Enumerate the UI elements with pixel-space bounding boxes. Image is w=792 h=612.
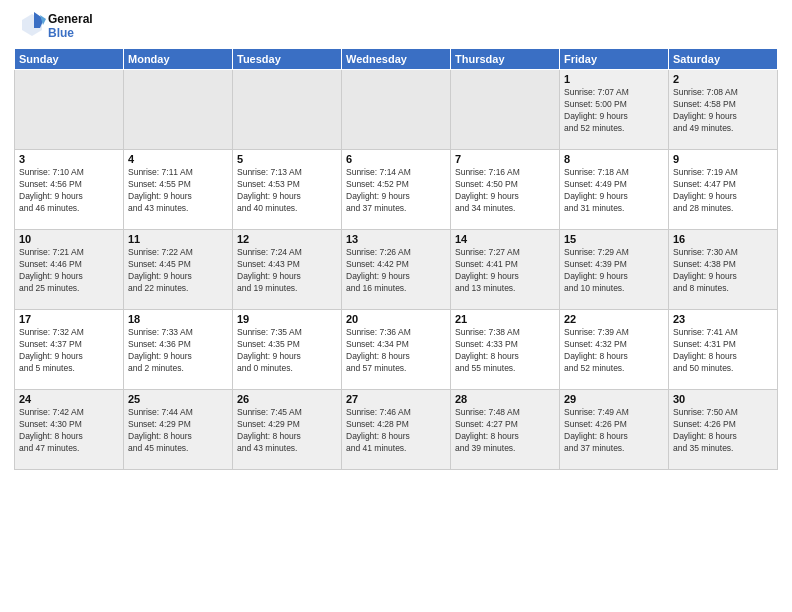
calendar-day: 7Sunrise: 7:16 AM Sunset: 4:50 PM Daylig… bbox=[451, 150, 560, 230]
day-info: Sunrise: 7:48 AM Sunset: 4:27 PM Dayligh… bbox=[455, 407, 555, 455]
day-info: Sunrise: 7:10 AM Sunset: 4:56 PM Dayligh… bbox=[19, 167, 119, 215]
calendar-day bbox=[124, 70, 233, 150]
day-number: 16 bbox=[673, 233, 773, 245]
day-number: 29 bbox=[564, 393, 664, 405]
day-number: 27 bbox=[346, 393, 446, 405]
calendar-day bbox=[342, 70, 451, 150]
day-info: Sunrise: 7:35 AM Sunset: 4:35 PM Dayligh… bbox=[237, 327, 337, 375]
calendar-week-row: 1Sunrise: 7:07 AM Sunset: 5:00 PM Daylig… bbox=[15, 70, 778, 150]
day-number: 1 bbox=[564, 73, 664, 85]
day-number: 14 bbox=[455, 233, 555, 245]
day-info: Sunrise: 7:08 AM Sunset: 4:58 PM Dayligh… bbox=[673, 87, 773, 135]
day-info: Sunrise: 7:29 AM Sunset: 4:39 PM Dayligh… bbox=[564, 247, 664, 295]
logo-line1: General bbox=[48, 12, 93, 26]
calendar-day: 23Sunrise: 7:41 AM Sunset: 4:31 PM Dayli… bbox=[669, 310, 778, 390]
calendar-day: 18Sunrise: 7:33 AM Sunset: 4:36 PM Dayli… bbox=[124, 310, 233, 390]
day-info: Sunrise: 7:21 AM Sunset: 4:46 PM Dayligh… bbox=[19, 247, 119, 295]
logo-container: General Blue bbox=[14, 10, 93, 42]
day-number: 4 bbox=[128, 153, 228, 165]
logo: General Blue bbox=[14, 10, 93, 42]
calendar-day: 28Sunrise: 7:48 AM Sunset: 4:27 PM Dayli… bbox=[451, 390, 560, 470]
day-number: 5 bbox=[237, 153, 337, 165]
day-info: Sunrise: 7:42 AM Sunset: 4:30 PM Dayligh… bbox=[19, 407, 119, 455]
day-number: 3 bbox=[19, 153, 119, 165]
calendar-day: 20Sunrise: 7:36 AM Sunset: 4:34 PM Dayli… bbox=[342, 310, 451, 390]
day-info: Sunrise: 7:30 AM Sunset: 4:38 PM Dayligh… bbox=[673, 247, 773, 295]
day-info: Sunrise: 7:50 AM Sunset: 4:26 PM Dayligh… bbox=[673, 407, 773, 455]
logo-graphic bbox=[14, 10, 46, 42]
day-info: Sunrise: 7:24 AM Sunset: 4:43 PM Dayligh… bbox=[237, 247, 337, 295]
weekday-header-row: SundayMondayTuesdayWednesdayThursdayFrid… bbox=[15, 49, 778, 70]
logo-line2: Blue bbox=[48, 26, 93, 40]
day-number: 15 bbox=[564, 233, 664, 245]
header: General Blue bbox=[14, 10, 778, 42]
weekday-header: Friday bbox=[560, 49, 669, 70]
day-number: 10 bbox=[19, 233, 119, 245]
day-number: 9 bbox=[673, 153, 773, 165]
day-number: 13 bbox=[346, 233, 446, 245]
day-number: 19 bbox=[237, 313, 337, 325]
calendar-day: 22Sunrise: 7:39 AM Sunset: 4:32 PM Dayli… bbox=[560, 310, 669, 390]
day-info: Sunrise: 7:27 AM Sunset: 4:41 PM Dayligh… bbox=[455, 247, 555, 295]
day-info: Sunrise: 7:36 AM Sunset: 4:34 PM Dayligh… bbox=[346, 327, 446, 375]
day-number: 26 bbox=[237, 393, 337, 405]
calendar-week-row: 3Sunrise: 7:10 AM Sunset: 4:56 PM Daylig… bbox=[15, 150, 778, 230]
day-info: Sunrise: 7:44 AM Sunset: 4:29 PM Dayligh… bbox=[128, 407, 228, 455]
calendar-day: 27Sunrise: 7:46 AM Sunset: 4:28 PM Dayli… bbox=[342, 390, 451, 470]
day-info: Sunrise: 7:11 AM Sunset: 4:55 PM Dayligh… bbox=[128, 167, 228, 215]
calendar: SundayMondayTuesdayWednesdayThursdayFrid… bbox=[14, 48, 778, 470]
calendar-day: 13Sunrise: 7:26 AM Sunset: 4:42 PM Dayli… bbox=[342, 230, 451, 310]
day-number: 17 bbox=[19, 313, 119, 325]
day-info: Sunrise: 7:19 AM Sunset: 4:47 PM Dayligh… bbox=[673, 167, 773, 215]
weekday-header: Sunday bbox=[15, 49, 124, 70]
calendar-week-row: 24Sunrise: 7:42 AM Sunset: 4:30 PM Dayli… bbox=[15, 390, 778, 470]
day-number: 6 bbox=[346, 153, 446, 165]
day-number: 21 bbox=[455, 313, 555, 325]
calendar-day: 3Sunrise: 7:10 AM Sunset: 4:56 PM Daylig… bbox=[15, 150, 124, 230]
calendar-day: 5Sunrise: 7:13 AM Sunset: 4:53 PM Daylig… bbox=[233, 150, 342, 230]
day-number: 22 bbox=[564, 313, 664, 325]
day-info: Sunrise: 7:18 AM Sunset: 4:49 PM Dayligh… bbox=[564, 167, 664, 215]
day-info: Sunrise: 7:41 AM Sunset: 4:31 PM Dayligh… bbox=[673, 327, 773, 375]
day-number: 28 bbox=[455, 393, 555, 405]
day-number: 23 bbox=[673, 313, 773, 325]
day-info: Sunrise: 7:45 AM Sunset: 4:29 PM Dayligh… bbox=[237, 407, 337, 455]
calendar-day: 12Sunrise: 7:24 AM Sunset: 4:43 PM Dayli… bbox=[233, 230, 342, 310]
calendar-day: 17Sunrise: 7:32 AM Sunset: 4:37 PM Dayli… bbox=[15, 310, 124, 390]
day-number: 25 bbox=[128, 393, 228, 405]
day-info: Sunrise: 7:26 AM Sunset: 4:42 PM Dayligh… bbox=[346, 247, 446, 295]
day-number: 11 bbox=[128, 233, 228, 245]
calendar-day: 24Sunrise: 7:42 AM Sunset: 4:30 PM Dayli… bbox=[15, 390, 124, 470]
day-info: Sunrise: 7:49 AM Sunset: 4:26 PM Dayligh… bbox=[564, 407, 664, 455]
day-number: 8 bbox=[564, 153, 664, 165]
calendar-week-row: 10Sunrise: 7:21 AM Sunset: 4:46 PM Dayli… bbox=[15, 230, 778, 310]
page-container: General Blue SundayMondayTuesdayWednesda… bbox=[0, 0, 792, 612]
day-number: 24 bbox=[19, 393, 119, 405]
calendar-day: 1Sunrise: 7:07 AM Sunset: 5:00 PM Daylig… bbox=[560, 70, 669, 150]
calendar-day: 8Sunrise: 7:18 AM Sunset: 4:49 PM Daylig… bbox=[560, 150, 669, 230]
day-info: Sunrise: 7:07 AM Sunset: 5:00 PM Dayligh… bbox=[564, 87, 664, 135]
calendar-day: 11Sunrise: 7:22 AM Sunset: 4:45 PM Dayli… bbox=[124, 230, 233, 310]
calendar-day: 29Sunrise: 7:49 AM Sunset: 4:26 PM Dayli… bbox=[560, 390, 669, 470]
calendar-week-row: 17Sunrise: 7:32 AM Sunset: 4:37 PM Dayli… bbox=[15, 310, 778, 390]
calendar-day: 4Sunrise: 7:11 AM Sunset: 4:55 PM Daylig… bbox=[124, 150, 233, 230]
weekday-header: Wednesday bbox=[342, 49, 451, 70]
calendar-day bbox=[15, 70, 124, 150]
calendar-day bbox=[451, 70, 560, 150]
calendar-day: 14Sunrise: 7:27 AM Sunset: 4:41 PM Dayli… bbox=[451, 230, 560, 310]
day-number: 12 bbox=[237, 233, 337, 245]
weekday-header: Saturday bbox=[669, 49, 778, 70]
calendar-day: 19Sunrise: 7:35 AM Sunset: 4:35 PM Dayli… bbox=[233, 310, 342, 390]
calendar-day: 10Sunrise: 7:21 AM Sunset: 4:46 PM Dayli… bbox=[15, 230, 124, 310]
calendar-day: 21Sunrise: 7:38 AM Sunset: 4:33 PM Dayli… bbox=[451, 310, 560, 390]
day-number: 2 bbox=[673, 73, 773, 85]
day-info: Sunrise: 7:33 AM Sunset: 4:36 PM Dayligh… bbox=[128, 327, 228, 375]
day-info: Sunrise: 7:14 AM Sunset: 4:52 PM Dayligh… bbox=[346, 167, 446, 215]
calendar-day: 9Sunrise: 7:19 AM Sunset: 4:47 PM Daylig… bbox=[669, 150, 778, 230]
day-info: Sunrise: 7:46 AM Sunset: 4:28 PM Dayligh… bbox=[346, 407, 446, 455]
calendar-day bbox=[233, 70, 342, 150]
calendar-day: 2Sunrise: 7:08 AM Sunset: 4:58 PM Daylig… bbox=[669, 70, 778, 150]
weekday-header: Thursday bbox=[451, 49, 560, 70]
calendar-day: 30Sunrise: 7:50 AM Sunset: 4:26 PM Dayli… bbox=[669, 390, 778, 470]
day-number: 20 bbox=[346, 313, 446, 325]
